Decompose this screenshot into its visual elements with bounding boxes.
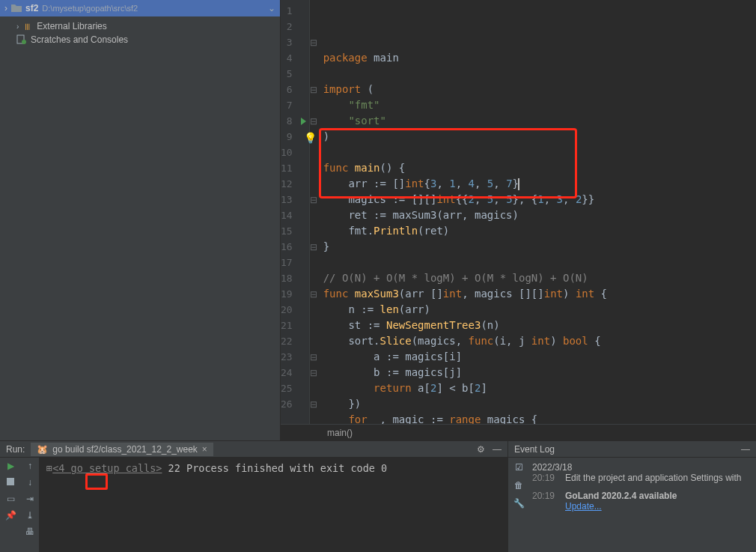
pin-icon[interactable]: 📌 xyxy=(5,510,16,521)
code-text[interactable]: 💡 package main import ( "fmt" "sort" ) f… xyxy=(317,0,756,424)
run-output[interactable]: ⊞<4 go setup calls> 22 Process finished … xyxy=(39,458,507,552)
line-number[interactable]: 24 xyxy=(281,365,309,380)
project-path: D:\mysetup\gopath\src\sf2 xyxy=(42,4,138,13)
libraries-icon: ⫼ xyxy=(22,21,33,31)
line-number[interactable]: 13 xyxy=(281,192,309,207)
trash-icon[interactable]: 🗑 xyxy=(514,480,523,491)
line-number[interactable]: 16 xyxy=(281,239,309,255)
annotation-box xyxy=(85,473,108,490)
line-number[interactable]: 22 xyxy=(281,333,309,349)
tree-label: Scratches and Consoles xyxy=(31,34,128,45)
line-number[interactable]: 15 xyxy=(281,223,309,239)
event-log-panel: Event Log — ☑ 🗑 🔧 2022/3/18 20:19 Edit t… xyxy=(507,441,756,552)
fold-column[interactable]: ⊟⊟⊟⊟⊟⊟⊟⊟⊟ xyxy=(310,0,317,424)
project-name: sf2 xyxy=(25,3,38,13)
chevron-right-icon: › xyxy=(16,22,19,31)
check-icon[interactable]: ☑ xyxy=(515,462,523,473)
tree-label: External Libraries xyxy=(37,21,106,31)
line-number[interactable]: 18 xyxy=(281,270,309,286)
line-number[interactable]: 26 xyxy=(281,396,309,412)
scroll-end-icon[interactable]: ⤓ xyxy=(26,510,34,521)
annotation-box xyxy=(319,128,577,198)
close-icon[interactable]: × xyxy=(202,444,207,455)
wrench-icon[interactable]: 🔧 xyxy=(513,498,525,509)
line-number[interactable]: 2 xyxy=(281,19,309,34)
chevron-right-icon: › xyxy=(4,3,7,13)
line-number[interactable]: 21 xyxy=(281,318,309,333)
external-libraries-row[interactable]: › ⫼ External Libraries xyxy=(0,19,280,33)
line-number[interactable]: 20 xyxy=(281,302,309,318)
soft-wrap-icon[interactable]: ⇥ xyxy=(26,494,34,504)
run-panel: Run: 🐹 go build sf2/class_2021_12_2_week… xyxy=(0,441,507,552)
scratches-icon xyxy=(16,34,27,45)
output-toolbar: ↑ ↓ ⇥ ⤓ 🖶 xyxy=(21,458,39,552)
event-row: 20:19 Edit the project and application S… xyxy=(532,473,753,483)
line-number[interactable]: 11 xyxy=(281,160,309,176)
breadcrumb[interactable]: main() xyxy=(281,424,756,440)
run-label: Run: xyxy=(6,444,25,455)
line-number[interactable]: 3 xyxy=(281,34,309,50)
rerun-icon[interactable]: ▶ xyxy=(7,461,14,471)
project-sidebar: › sf2 D:\mysetup\gopath\src\sf2 ⌄ › ⫼ Ex… xyxy=(0,0,281,440)
line-number[interactable]: 14 xyxy=(281,207,309,223)
update-link[interactable]: Update... xyxy=(565,501,602,512)
line-number[interactable]: 5 xyxy=(281,66,309,82)
event-log-title: Event Log xyxy=(514,444,555,455)
line-number[interactable]: 6 xyxy=(281,82,309,97)
project-root-row[interactable]: › sf2 D:\mysetup\gopath\src\sf2 ⌄ xyxy=(0,0,280,16)
line-number[interactable]: 1 xyxy=(281,3,309,19)
line-number-runnable[interactable]: 8 xyxy=(281,113,309,129)
line-number[interactable]: 12 xyxy=(281,176,309,192)
editor: 1 2 3 4 5 6 7 8 9 10 11 12 13 14 15 16 1 xyxy=(281,0,756,440)
project-menu-icon[interactable]: ⌄ xyxy=(268,3,275,13)
line-number[interactable]: 4 xyxy=(281,50,309,66)
up-icon[interactable]: ↑ xyxy=(28,461,32,471)
svg-point-1 xyxy=(22,40,26,44)
scratches-row[interactable]: Scratches and Consoles xyxy=(0,33,280,46)
stop-icon[interactable] xyxy=(7,477,14,488)
run-config-tab[interactable]: 🐹 go build sf2/class_2021_12_2_week × xyxy=(31,443,213,456)
go-icon: 🐹 xyxy=(37,444,48,455)
minimize-icon[interactable]: — xyxy=(741,444,750,455)
layout-icon[interactable]: ▭ xyxy=(7,494,15,504)
line-number[interactable]: 10 xyxy=(281,145,309,160)
intention-bulb-icon[interactable]: 💡 xyxy=(304,130,317,146)
folder-icon xyxy=(11,3,22,13)
line-number[interactable]: 23 xyxy=(281,349,309,365)
gutter[interactable]: 1 2 3 4 5 6 7 8 9 10 11 12 13 14 15 16 1 xyxy=(281,0,310,424)
run-toolbar: ▶ ▭ 📌 xyxy=(0,458,21,552)
line-number[interactable]: 7 xyxy=(281,97,309,113)
minimize-icon[interactable]: — xyxy=(493,444,502,455)
line-number[interactable]: 19 xyxy=(281,286,309,302)
print-icon[interactable]: 🖶 xyxy=(25,527,34,537)
event-date: 2022/3/18 xyxy=(532,462,753,473)
line-number[interactable]: 17 xyxy=(281,255,309,270)
down-icon[interactable]: ↓ xyxy=(28,477,32,488)
gear-icon[interactable]: ⚙ xyxy=(477,444,485,455)
event-row: 20:19 GoLand 2020.2.4 available Update..… xyxy=(532,491,753,512)
line-number[interactable]: 25 xyxy=(281,380,309,396)
